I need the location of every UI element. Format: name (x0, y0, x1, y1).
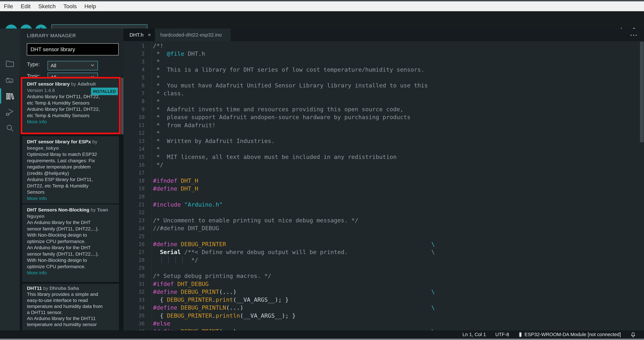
library-entry-dht-sensor-library-espx[interactable]: DHT sensor library for ESPx by beegee_to… (22, 136, 119, 203)
library-author: beegee_tokyo (27, 145, 59, 151)
chip-icon (518, 332, 522, 337)
code-text: #else (152, 320, 170, 327)
code-line: 20 (124, 193, 644, 201)
code-line: 15 * MIT license, all text above must be… (124, 153, 644, 161)
more-info-link[interactable]: More info (27, 195, 114, 202)
close-icon[interactable]: × (148, 32, 151, 38)
by-text: by (70, 81, 78, 87)
code-text: * @file DHT.h (152, 50, 205, 57)
notifications-button[interactable] (630, 332, 636, 337)
menu-item-edit[interactable]: Edit (21, 3, 31, 10)
sidebar-item-sketchbook[interactable] (0, 58, 20, 69)
search-icon (5, 123, 15, 134)
code-line: 8 * (124, 97, 644, 105)
menubar: File Edit Sketch Tools Help (0, 1, 644, 11)
code-line: 30/* Setup debug printing macros. */ (124, 272, 644, 280)
panel-scrollbar-thumb[interactable] (121, 78, 124, 134)
menu-item-help[interactable]: Help (84, 3, 96, 10)
line-number: 33 (124, 297, 152, 303)
menu-item-tools[interactable]: Tools (63, 3, 76, 10)
code-text: * (152, 58, 160, 65)
code-text: /*! (152, 43, 163, 49)
sidebar-item-search[interactable] (0, 123, 20, 134)
line-number: 9 (124, 106, 152, 112)
tab-dht-h[interactable]: DHT.h × (124, 29, 155, 41)
more-info-link[interactable]: More info (27, 270, 114, 276)
code-text: #define DEBUG_PRINT(...) \ (152, 328, 435, 330)
library-description: This library provides a simple andeasy-t… (27, 291, 114, 327)
code-line: 22 (124, 208, 644, 216)
library-description-line: easy-to-use interface to read (27, 297, 114, 303)
editor-scrollbar-thumb[interactable] (640, 42, 644, 142)
code-line: 17 (124, 169, 644, 177)
code-line: 32#define DEBUG_PRINT(...) \ (124, 288, 644, 296)
code-line: 13 * Written by Adafruit Industries. (124, 137, 644, 145)
code-line: 18#ifndef DHT_H (124, 177, 644, 185)
library-description-line: optimize CPU performance. (27, 238, 114, 245)
library-title: DHT sensor library for ESPx by beegee_to… (27, 139, 114, 151)
library-entry-dht-sensors-non-blocking[interactable]: DHT Sensors Non-Blocking by Toan Nguyen … (22, 204, 119, 282)
code-line: 9 * Adafruit invests time and resources … (124, 105, 644, 113)
code-text: #include "Arduino.h" (152, 201, 222, 208)
window-bottom-edge (0, 339, 644, 340)
line-number: 7 (124, 90, 152, 96)
library-description-line: temperature and humidity sensor (27, 321, 114, 327)
code-text: * This is a library for DHT series of lo… (152, 66, 424, 73)
code-text: * (152, 146, 160, 152)
library-description: Arduino library for DHT11, DHT22,etc Tem… (27, 93, 114, 119)
board-status[interactable]: ESP32-WROOM-DA Module [not connected] (518, 332, 621, 337)
cursor-position[interactable]: Ln 1, Col 1 (462, 332, 486, 337)
tab-label: DHT.h (130, 32, 144, 38)
menu-item-file[interactable]: File (4, 3, 13, 10)
line-number: 18 (124, 178, 152, 184)
by-text: by (89, 207, 97, 213)
active-sidebar-indicator (0, 88, 1, 104)
line-number: 21 (124, 202, 152, 207)
encoding-indicator[interactable]: UTF-8 (495, 332, 509, 337)
library-name: DHT11 (27, 285, 42, 291)
sidebar-item-debug[interactable] (0, 107, 20, 118)
line-number: 14 (124, 146, 152, 152)
library-name: DHT sensor library (27, 81, 70, 87)
code-text: #define DHT_H (152, 185, 198, 192)
library-title: DHT Sensors Non-Blocking by Toan Nguyen (27, 207, 114, 219)
library-search-input[interactable] (27, 43, 118, 55)
chevron-down-icon (90, 63, 95, 68)
library-name: DHT sensor library for ESPx (27, 139, 91, 144)
library-entry-dht11[interactable]: DHT11 by Dhruba Saha This library provid… (22, 284, 119, 330)
line-number: 11 (124, 122, 152, 128)
code-line: 14 * (124, 145, 644, 153)
library-author: Adafruit (78, 81, 96, 87)
line-number: 26 (124, 241, 152, 247)
line-number: 13 (124, 138, 152, 144)
library-description-line: Sensors (27, 189, 114, 195)
library-entry-dht-sensor-library[interactable]: DHT sensor library by Adafruit Version 1… (22, 79, 119, 133)
sidebar-item-boards-manager[interactable] (0, 75, 20, 86)
code-line: 12 * (124, 129, 644, 137)
code-text: //#define DHT_DEBUG (152, 225, 219, 232)
line-number: 25 (124, 233, 152, 239)
library-description-line: optimize CPU performance. (27, 263, 114, 270)
line-number: 8 (124, 98, 152, 104)
more-actions-icon[interactable]: ⋯ (630, 29, 638, 41)
menu-item-sketch[interactable]: Sketch (38, 3, 56, 10)
line-number: 35 (124, 313, 152, 318)
library-description-line: temperature and humidity data from (27, 303, 114, 309)
line-number: 16 (124, 162, 152, 168)
library-description-line: etc Temp & Humidity Sensors (27, 112, 114, 119)
line-number: 29 (124, 265, 152, 271)
more-info-link[interactable]: More info (27, 119, 114, 125)
line-number: 5 (124, 75, 152, 80)
line-number: 6 (124, 83, 152, 88)
type-select[interactable]: All (48, 61, 98, 70)
code-text: Serial /**< Define where debug output wi… (152, 249, 435, 255)
books-icon (5, 91, 15, 102)
toolbar: ESP32-WROOM-DA Module (0, 11, 644, 29)
code-text: /* Setup debug printing macros. */ (152, 273, 271, 279)
code-line: 4 * This is a library for DHT series of … (124, 66, 644, 74)
code-editor[interactable]: 1/*!2 * @file DHT.h3 *4 * This is a libr… (124, 41, 644, 330)
line-number: 31 (124, 281, 152, 287)
sidebar-item-library-manager[interactable] (0, 91, 20, 102)
tab-hardcoded-dht22-esp32-ino[interactable]: hardcoded-dht22-esp32.ino (155, 29, 231, 41)
editor-tabbar: DHT.h × hardcoded-dht22-esp32.ino ⋯ (124, 29, 644, 41)
